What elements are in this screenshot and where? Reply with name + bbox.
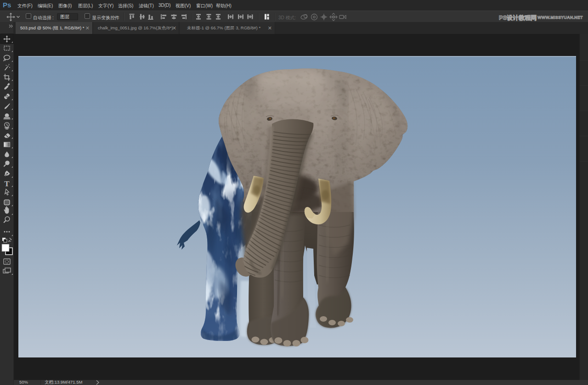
- svg-text:T: T: [4, 179, 10, 188]
